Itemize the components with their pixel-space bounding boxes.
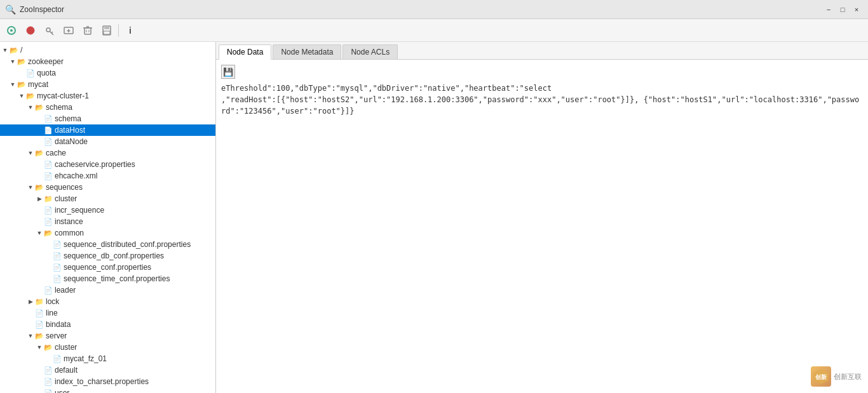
- label-mycat-fz-01: mycat_fz_01: [64, 354, 107, 363]
- tree-item-seq-conf[interactable]: 📄 sequence_conf.properties: [0, 262, 215, 273]
- key-button[interactable]: [41, 22, 58, 39]
- tab-node-metadata[interactable]: Node Metadata: [273, 44, 341, 59]
- tree-item-server-cluster[interactable]: ▼ 📂 cluster: [0, 342, 215, 353]
- tab-node-acls[interactable]: Node ACLs: [342, 44, 398, 59]
- toggle-empty: [44, 355, 52, 363]
- toggle-schema-folder[interactable]: ▼: [27, 103, 34, 111]
- label-cacheservice: cacheservice.properties: [55, 160, 135, 169]
- label-leader: leader: [55, 286, 76, 295]
- tree-item-instance[interactable]: 📄 instance: [0, 216, 215, 227]
- file-icon: 📄: [52, 251, 62, 261]
- tree-item-default[interactable]: 📄 default: [0, 364, 215, 376]
- tree-item-datanode[interactable]: 📄 dataNode: [0, 136, 215, 147]
- tree-item-sequences[interactable]: ▼ 📂 sequences: [0, 182, 215, 193]
- tree-root: ▼ 📂 / ▼ 📂 zookeeper 📄 quota ▼: [0, 42, 215, 393]
- tree-item-zookeeper[interactable]: ▼ 📂 zookeeper: [0, 56, 215, 67]
- tree-item-index-charset[interactable]: 📄 index_to_charset.properties: [0, 376, 215, 387]
- tree-item-datahost[interactable]: 📄 dataHost: [0, 124, 215, 136]
- file-icon: 📄: [43, 137, 53, 147]
- svg-line-5: [51, 32, 53, 33]
- svg-point-3: [46, 28, 50, 32]
- label-user: user: [55, 389, 69, 393]
- tree-item-mycat-fz-01[interactable]: 📄 mycat_fz_01: [0, 353, 215, 364]
- toggle-root[interactable]: ▼: [1, 46, 9, 54]
- tree-item-cacheservice[interactable]: 📄 cacheservice.properties: [0, 159, 215, 170]
- tree-item-schema-folder[interactable]: ▼ 📂 schema: [0, 102, 215, 113]
- toggle-empty: [36, 218, 43, 225]
- toggle-lock[interactable]: ▶: [27, 298, 34, 305]
- save-node-button[interactable]: 💾: [221, 65, 235, 79]
- label-common: common: [55, 229, 84, 237]
- label-mycat-cluster-1: mycat-cluster-1: [37, 91, 89, 100]
- delete-node-button[interactable]: [79, 22, 97, 39]
- toggle-empty: [36, 138, 43, 145]
- tabs-bar: Node Data Node Metadata Node ACLs: [216, 42, 868, 60]
- label-seq-conf: sequence_conf.properties: [64, 263, 151, 272]
- toggle-cache[interactable]: ▼: [27, 149, 34, 157]
- toggle-empty: [36, 366, 43, 374]
- file-icon: 📄: [52, 262, 62, 272]
- label-schema-file: schema: [55, 114, 81, 123]
- toggle-common[interactable]: ▼: [36, 229, 43, 237]
- tree-item-bindata[interactable]: 📄 bindata: [0, 319, 215, 330]
- file-icon: 📄: [25, 68, 36, 78]
- title-bar-left: 🔍 ZooInspector: [5, 4, 64, 15]
- file-icon: 📄: [43, 171, 53, 181]
- save-icon: 💾: [223, 67, 233, 77]
- watermark-text: 创新互联: [834, 372, 862, 382]
- label-seq-time: sequence_time_conf.properties: [64, 274, 170, 283]
- tree-item-seq-time[interactable]: 📄 sequence_time_conf.properties: [0, 273, 215, 284]
- close-button[interactable]: ×: [850, 3, 863, 16]
- folder-icon: 📁: [43, 194, 53, 204]
- toggle-empty: [27, 309, 34, 317]
- file-icon: 📄: [52, 354, 62, 364]
- title-bar: 🔍 ZooInspector − □ ×: [0, 0, 868, 19]
- toggle-sequences[interactable]: ▼: [27, 183, 34, 191]
- tree-item-cluster[interactable]: ▶ 📁 cluster: [0, 193, 215, 204]
- toggle-cluster[interactable]: ▶: [36, 195, 43, 203]
- toggle-mycat[interactable]: ▼: [9, 81, 17, 88]
- tree-item-schema-file[interactable]: 📄 schema: [0, 113, 215, 124]
- toggle-empty: [44, 241, 52, 248]
- toggle-zookeeper[interactable]: ▼: [9, 58, 17, 65]
- add-node-button[interactable]: [60, 22, 78, 39]
- main-content: ▼ 📂 / ▼ 📂 zookeeper 📄 quota ▼: [0, 42, 868, 393]
- tree-item-root[interactable]: ▼ 📂 /: [0, 44, 215, 56]
- save-toolbar-button[interactable]: [98, 22, 116, 39]
- info-button[interactable]: i: [121, 22, 139, 39]
- label-datanode: dataNode: [55, 137, 88, 146]
- toggle-mycat-cluster-1[interactable]: ▼: [18, 92, 25, 100]
- tree-item-seq-dist[interactable]: 📄 sequence_distributed_conf.properties: [0, 239, 215, 250]
- tree-item-seq-db[interactable]: 📄 sequence_db_conf.properties: [0, 250, 215, 262]
- toggle-server[interactable]: ▼: [27, 332, 34, 340]
- tree-item-server[interactable]: ▼ 📂 server: [0, 330, 215, 342]
- tree-item-incr-sequence[interactable]: 📄 incr_sequence: [0, 204, 215, 216]
- toggle-server-cluster[interactable]: ▼: [36, 343, 43, 351]
- label-lock: lock: [46, 297, 59, 306]
- folder-icon: 📂: [25, 91, 36, 101]
- maximize-button[interactable]: □: [836, 3, 849, 16]
- minimize-button[interactable]: −: [822, 3, 835, 16]
- tree-item-lock[interactable]: ▶ 📁 lock: [0, 296, 215, 307]
- tree-item-common[interactable]: ▼ 📂 common: [0, 227, 215, 239]
- disconnect-icon: [25, 25, 36, 36]
- toolbar: i: [0, 19, 868, 42]
- label-ehcache: ehcache.xml: [55, 171, 97, 180]
- tree-item-leader[interactable]: 📄 leader: [0, 284, 215, 296]
- toggle-empty: [36, 378, 43, 385]
- connect-button[interactable]: [3, 22, 20, 39]
- app-title: ZooInspector: [20, 5, 64, 14]
- tree-item-line[interactable]: 📄 line: [0, 307, 215, 319]
- tree-item-mycat-cluster-1[interactable]: ▼ 📂 mycat-cluster-1: [0, 90, 215, 102]
- tree-item-mycat[interactable]: ▼ 📂 mycat: [0, 79, 215, 90]
- app-icon: 🔍: [5, 4, 16, 15]
- tree-item-ehcache[interactable]: 📄 ehcache.xml: [0, 170, 215, 182]
- folder-icon: 📂: [43, 342, 53, 352]
- tab-node-data[interactable]: Node Data: [219, 44, 271, 60]
- toggle-empty: [36, 389, 43, 393]
- folder-icon: 📂: [34, 182, 44, 192]
- tree-item-quota[interactable]: 📄 quota: [0, 67, 215, 79]
- tree-item-user[interactable]: 📄 user: [0, 387, 215, 393]
- disconnect-button[interactable]: [22, 22, 39, 39]
- tree-item-cache[interactable]: ▼ 📂 cache: [0, 147, 215, 159]
